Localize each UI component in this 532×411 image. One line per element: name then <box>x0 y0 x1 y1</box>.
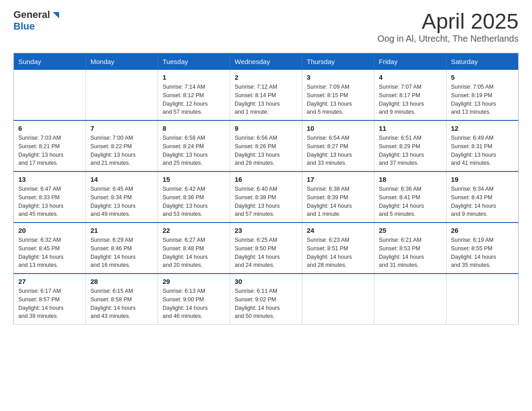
calendar-day-cell: 26Sunrise: 6:19 AMSunset: 8:55 PMDayligh… <box>446 223 519 274</box>
day-number: 18 <box>379 176 442 183</box>
day-number: 1 <box>163 73 225 81</box>
main-title: April 2025 <box>378 9 519 34</box>
day-number: 27 <box>18 278 81 285</box>
day-number: 29 <box>163 278 225 285</box>
calendar-day-cell: 16Sunrise: 6:40 AMSunset: 8:38 PMDayligh… <box>230 171 302 223</box>
day-number: 7 <box>90 124 153 132</box>
calendar-week-row: 1Sunrise: 7:14 AMSunset: 8:12 PMDaylight… <box>14 70 519 120</box>
calendar-day-cell: 23Sunrise: 6:25 AMSunset: 8:50 PMDayligh… <box>230 223 302 274</box>
calendar-day-cell <box>14 70 86 120</box>
calendar-day-cell: 21Sunrise: 6:29 AMSunset: 8:46 PMDayligh… <box>86 223 158 274</box>
calendar-day-cell: 22Sunrise: 6:27 AMSunset: 8:48 PMDayligh… <box>158 223 230 274</box>
day-info: Sunrise: 6:25 AMSunset: 8:50 PMDaylight:… <box>235 236 297 270</box>
day-info: Sunrise: 7:00 AMSunset: 8:22 PMDaylight:… <box>90 134 153 167</box>
day-number: 25 <box>379 227 442 234</box>
day-info: Sunrise: 6:34 AMSunset: 8:43 PMDaylight:… <box>451 185 514 218</box>
day-number: 4 <box>379 73 442 81</box>
page-header: General Blue April 2025 Oog in Al, Utrec… <box>13 9 519 44</box>
day-info: Sunrise: 6:32 AMSunset: 8:45 PMDaylight:… <box>18 236 81 270</box>
day-number: 6 <box>18 124 81 132</box>
day-number: 13 <box>18 176 81 183</box>
calendar-table: SundayMondayTuesdayWednesdayThursdayFrid… <box>13 53 519 325</box>
day-info: Sunrise: 6:21 AMSunset: 8:53 PMDaylight:… <box>379 236 442 270</box>
day-info: Sunrise: 6:38 AMSunset: 8:39 PMDaylight:… <box>307 185 369 218</box>
calendar-day-cell: 9Sunrise: 6:56 AMSunset: 8:26 PMDaylight… <box>230 120 302 171</box>
day-info: Sunrise: 6:17 AMSunset: 8:57 PMDaylight:… <box>18 287 81 321</box>
calendar-day-cell: 4Sunrise: 7:07 AMSunset: 8:17 PMDaylight… <box>374 70 446 120</box>
calendar-day-cell: 30Sunrise: 6:11 AMSunset: 9:02 PMDayligh… <box>230 274 302 325</box>
day-info: Sunrise: 6:58 AMSunset: 8:24 PMDaylight:… <box>163 134 225 167</box>
calendar-week-row: 6Sunrise: 7:03 AMSunset: 8:21 PMDaylight… <box>14 120 519 171</box>
calendar-day-cell: 19Sunrise: 6:34 AMSunset: 8:43 PMDayligh… <box>446 171 519 223</box>
calendar-day-cell: 8Sunrise: 6:58 AMSunset: 8:24 PMDaylight… <box>158 120 230 171</box>
day-info: Sunrise: 7:14 AMSunset: 8:12 PMDaylight:… <box>163 83 225 116</box>
calendar-day-cell: 10Sunrise: 6:54 AMSunset: 8:27 PMDayligh… <box>302 120 374 171</box>
day-info: Sunrise: 6:47 AMSunset: 8:33 PMDaylight:… <box>18 185 81 218</box>
day-number: 11 <box>379 124 442 132</box>
day-info: Sunrise: 6:15 AMSunset: 8:58 PMDaylight:… <box>90 287 153 321</box>
calendar-day-cell: 20Sunrise: 6:32 AMSunset: 8:45 PMDayligh… <box>14 223 86 274</box>
day-info: Sunrise: 6:13 AMSunset: 9:00 PMDaylight:… <box>163 287 225 321</box>
calendar-day-cell: 7Sunrise: 7:00 AMSunset: 8:22 PMDaylight… <box>86 120 158 171</box>
calendar-header-row: SundayMondayTuesdayWednesdayThursdayFrid… <box>14 53 519 70</box>
day-number: 17 <box>307 176 369 183</box>
day-number: 30 <box>235 278 297 285</box>
logo-blue-text: Blue <box>13 21 35 32</box>
calendar-day-cell <box>446 274 519 325</box>
calendar-day-cell <box>86 70 158 120</box>
day-info: Sunrise: 6:19 AMSunset: 8:55 PMDaylight:… <box>451 236 514 270</box>
calendar-week-row: 13Sunrise: 6:47 AMSunset: 8:33 PMDayligh… <box>14 171 519 223</box>
day-number: 22 <box>163 227 225 234</box>
day-info: Sunrise: 6:45 AMSunset: 8:34 PMDaylight:… <box>90 185 153 218</box>
calendar-day-cell <box>302 274 374 325</box>
logo: General Blue <box>13 9 61 32</box>
calendar-day-cell: 1Sunrise: 7:14 AMSunset: 8:12 PMDaylight… <box>158 70 230 120</box>
calendar-day-cell: 13Sunrise: 6:47 AMSunset: 8:33 PMDayligh… <box>14 171 86 223</box>
calendar-day-cell: 15Sunrise: 6:42 AMSunset: 8:36 PMDayligh… <box>158 171 230 223</box>
day-number: 9 <box>235 124 297 132</box>
calendar-week-row: 20Sunrise: 6:32 AMSunset: 8:45 PMDayligh… <box>14 223 519 274</box>
calendar-day-cell: 11Sunrise: 6:51 AMSunset: 8:29 PMDayligh… <box>374 120 446 171</box>
day-info: Sunrise: 6:54 AMSunset: 8:27 PMDaylight:… <box>307 134 369 167</box>
day-info: Sunrise: 7:05 AMSunset: 8:19 PMDaylight:… <box>451 83 514 116</box>
day-number: 19 <box>451 176 514 183</box>
day-info: Sunrise: 6:42 AMSunset: 8:36 PMDaylight:… <box>163 185 225 218</box>
calendar-week-row: 27Sunrise: 6:17 AMSunset: 8:57 PMDayligh… <box>14 274 519 325</box>
day-number: 24 <box>307 227 369 234</box>
day-number: 15 <box>163 176 225 183</box>
day-info: Sunrise: 7:03 AMSunset: 8:21 PMDaylight:… <box>18 134 81 167</box>
calendar-header-tuesday: Tuesday <box>158 53 230 70</box>
day-info: Sunrise: 6:49 AMSunset: 8:31 PMDaylight:… <box>451 134 514 167</box>
calendar-day-cell: 29Sunrise: 6:13 AMSunset: 9:00 PMDayligh… <box>158 274 230 325</box>
day-number: 10 <box>307 124 369 132</box>
day-info: Sunrise: 6:23 AMSunset: 8:51 PMDaylight:… <box>307 236 369 270</box>
calendar-header-wednesday: Wednesday <box>230 53 302 70</box>
day-number: 14 <box>90 176 153 183</box>
calendar-header-friday: Friday <box>374 53 446 70</box>
day-number: 26 <box>451 227 514 234</box>
calendar-day-cell: 17Sunrise: 6:38 AMSunset: 8:39 PMDayligh… <box>302 171 374 223</box>
calendar-day-cell: 6Sunrise: 7:03 AMSunset: 8:21 PMDaylight… <box>14 120 86 171</box>
calendar-day-cell: 18Sunrise: 6:36 AMSunset: 8:41 PMDayligh… <box>374 171 446 223</box>
calendar-day-cell: 3Sunrise: 7:09 AMSunset: 8:15 PMDaylight… <box>302 70 374 120</box>
calendar-day-cell: 5Sunrise: 7:05 AMSunset: 8:19 PMDaylight… <box>446 70 519 120</box>
day-info: Sunrise: 6:36 AMSunset: 8:41 PMDaylight:… <box>379 185 442 218</box>
day-info: Sunrise: 6:51 AMSunset: 8:29 PMDaylight:… <box>379 134 442 167</box>
calendar-day-cell <box>374 274 446 325</box>
day-number: 21 <box>90 227 153 234</box>
day-info: Sunrise: 6:40 AMSunset: 8:38 PMDaylight:… <box>235 185 297 218</box>
calendar-day-cell: 27Sunrise: 6:17 AMSunset: 8:57 PMDayligh… <box>14 274 86 325</box>
day-number: 20 <box>18 227 81 234</box>
day-number: 28 <box>90 278 153 285</box>
svg-marker-0 <box>53 12 59 18</box>
day-number: 16 <box>235 176 297 183</box>
day-info: Sunrise: 7:07 AMSunset: 8:17 PMDaylight:… <box>379 83 442 116</box>
calendar-day-cell: 14Sunrise: 6:45 AMSunset: 8:34 PMDayligh… <box>86 171 158 223</box>
logo-triangle-icon <box>51 10 61 20</box>
day-number: 8 <box>163 124 225 132</box>
day-info: Sunrise: 7:09 AMSunset: 8:15 PMDaylight:… <box>307 83 369 116</box>
calendar-day-cell: 25Sunrise: 6:21 AMSunset: 8:53 PMDayligh… <box>374 223 446 274</box>
day-info: Sunrise: 6:27 AMSunset: 8:48 PMDaylight:… <box>163 236 225 270</box>
subtitle: Oog in Al, Utrecht, The Netherlands <box>378 34 519 44</box>
day-number: 3 <box>307 73 369 81</box>
